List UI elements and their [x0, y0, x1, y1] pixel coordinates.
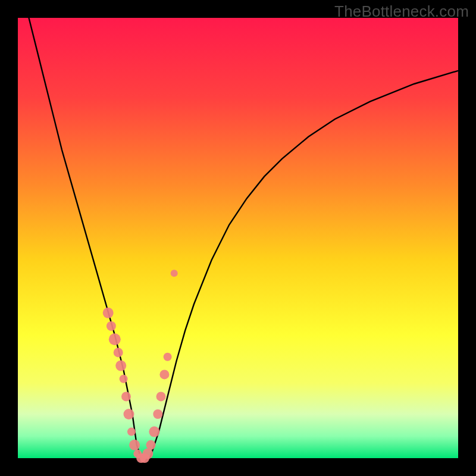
- highlight-dot: [146, 440, 156, 450]
- highlight-dot: [153, 409, 162, 419]
- highlight-dot: [156, 392, 166, 401]
- highlight-dot: [107, 321, 116, 331]
- chart-svg: [0, 0, 476, 476]
- plot-background: [18, 18, 458, 458]
- highlight-dot: [159, 369, 169, 379]
- watermark-text: TheBottleneck.com: [334, 2, 469, 21]
- highlight-dot: [120, 375, 128, 383]
- chart-frame: TheBottleneck.com: [0, 0, 476, 476]
- highlight-dot: [121, 392, 131, 401]
- highlight-dot: [115, 361, 126, 371]
- highlight-dot: [164, 353, 172, 361]
- highlight-dot: [149, 427, 159, 437]
- highlight-dot: [109, 333, 121, 345]
- highlight-dot: [127, 428, 136, 436]
- highlight-dot: [171, 270, 178, 277]
- highlight-dot: [142, 449, 153, 459]
- highlight-dot: [114, 347, 123, 357]
- highlight-dot: [129, 440, 140, 450]
- highlight-dot: [103, 308, 114, 318]
- highlight-dot: [124, 409, 134, 419]
